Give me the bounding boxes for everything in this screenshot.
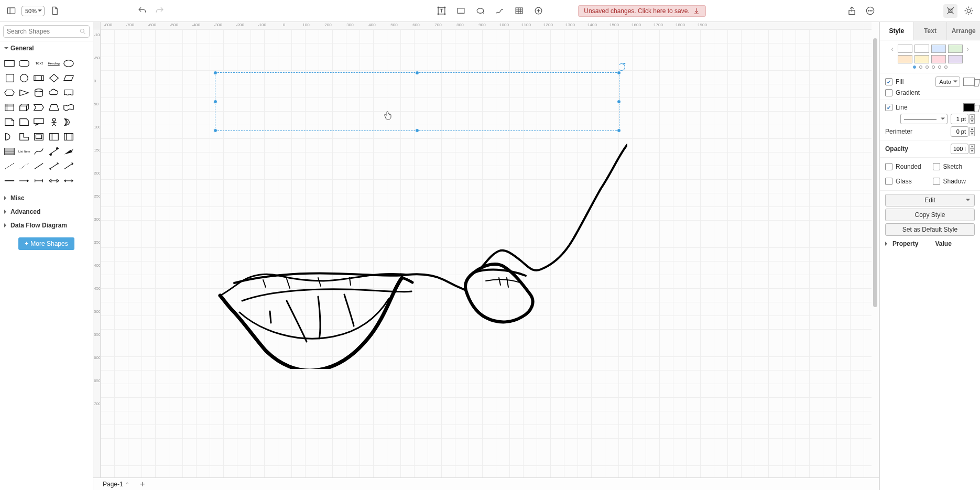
shape-connector-end[interactable] — [18, 175, 30, 187]
add-shape-button[interactable] — [531, 4, 546, 18]
help-button[interactable] — [863, 4, 877, 18]
shape-hexagon[interactable] — [3, 86, 16, 99]
resize-handle-s[interactable] — [415, 128, 419, 133]
ellipse-tool-button[interactable] — [473, 4, 487, 18]
shape-circle[interactable] — [18, 72, 30, 84]
text-tool-button[interactable] — [434, 4, 449, 18]
shape-dash-line[interactable] — [3, 160, 16, 172]
resize-handle-se[interactable] — [617, 128, 621, 133]
shape-connector-solid[interactable] — [3, 175, 16, 187]
copy-style-button[interactable]: Copy Style — [885, 209, 975, 221]
table-tool-button[interactable] — [512, 4, 526, 18]
shape-frame-thin[interactable] — [32, 130, 45, 143]
perimeter-up[interactable]: ▴ — [970, 127, 975, 132]
shape-ellipse[interactable] — [62, 57, 75, 70]
line-width-input[interactable]: ▴▾ — [951, 114, 975, 124]
shape-note[interactable] — [3, 116, 16, 128]
swatch-prev[interactable]: ‹ — [889, 45, 896, 53]
perimeter-down[interactable]: ▾ — [970, 132, 975, 136]
shape-L[interactable] — [18, 130, 30, 143]
shape-cube[interactable] — [18, 101, 30, 114]
shape-connector-both-fill[interactable] — [62, 175, 75, 187]
shape-search-input[interactable] — [3, 25, 90, 38]
fill-color-chip[interactable] — [963, 78, 975, 86]
shape-cylinder[interactable] — [32, 86, 45, 99]
category-dfd[interactable]: Data Flow Diagram — [0, 219, 93, 232]
shape-curve[interactable] — [32, 145, 45, 158]
shape-line-bidir[interactable] — [47, 160, 60, 172]
shape-connector-both-open[interactable] — [32, 175, 45, 187]
shape-half-circle[interactable] — [3, 130, 16, 143]
category-advanced[interactable]: Advanced — [0, 205, 93, 219]
category-general[interactable]: General — [0, 41, 93, 55]
freehand-drawing[interactable] — [213, 144, 627, 369]
fill-mode-select[interactable]: Auto — [935, 77, 960, 87]
shape-dot-line[interactable] — [18, 160, 30, 172]
selected-rectangle[interactable] — [215, 72, 619, 131]
style-swatch[interactable] — [898, 55, 912, 63]
shape-diamond[interactable] — [47, 72, 60, 84]
style-swatch[interactable] — [914, 55, 929, 63]
sketch-checkbox[interactable] — [933, 163, 940, 170]
undo-button[interactable] — [135, 4, 149, 18]
shape-trapezoid[interactable] — [47, 101, 60, 114]
style-swatch[interactable] — [931, 55, 946, 63]
rotate-handle[interactable] — [618, 63, 625, 71]
shape-text[interactable]: Text — [32, 57, 45, 70]
shape-line-arrow[interactable] — [62, 160, 75, 172]
line-checkbox[interactable] — [885, 104, 892, 111]
opacity-up[interactable]: ▴ — [970, 144, 975, 149]
share-button[interactable] — [845, 4, 859, 18]
style-swatch[interactable] — [914, 45, 929, 53]
shape-parallelogram[interactable] — [62, 72, 75, 84]
format-tab-arrange[interactable]: Arrange — [946, 22, 980, 40]
resize-handle-sw[interactable] — [213, 128, 217, 133]
diagram-canvas[interactable]: -800-700-600-500-400-300-200-10001002003… — [93, 22, 879, 490]
default-style-button[interactable]: Set as Default Style — [885, 223, 975, 236]
perimeter-input[interactable]: ▴▾ — [951, 126, 975, 137]
swatch-next[interactable]: › — [965, 45, 971, 53]
canvas-viewport[interactable] — [101, 29, 872, 477]
shape-tape[interactable] — [62, 101, 75, 114]
shape-frame-double[interactable] — [62, 130, 75, 143]
shape-document[interactable] — [62, 86, 75, 99]
line-color-chip[interactable] — [963, 103, 975, 112]
toggle-sidebar-button[interactable] — [4, 4, 18, 18]
shape-callout[interactable] — [32, 116, 45, 128]
resize-handle-n[interactable] — [415, 71, 419, 75]
shape-process[interactable] — [32, 72, 45, 84]
style-swatch[interactable] — [898, 45, 912, 53]
rectangle-tool-button[interactable] — [454, 4, 468, 18]
fill-checkbox[interactable] — [885, 78, 892, 85]
style-swatch[interactable] — [931, 45, 946, 53]
new-page-button[interactable] — [48, 4, 62, 18]
format-tab-style[interactable]: Style — [880, 22, 913, 40]
canvas-v-scrollbar[interactable] — [873, 29, 878, 477]
shape-card[interactable] — [18, 116, 30, 128]
shape-square[interactable] — [3, 72, 16, 84]
resize-handle-ne[interactable] — [617, 71, 621, 75]
shape-list[interactable] — [3, 145, 16, 158]
resize-handle-nw[interactable] — [213, 71, 217, 75]
shape-actor[interactable] — [47, 116, 60, 128]
shape-step[interactable] — [32, 101, 45, 114]
add-page-button[interactable]: + — [138, 480, 147, 489]
resize-handle-e[interactable] — [617, 100, 621, 104]
shape-internal-storage[interactable] — [3, 101, 16, 114]
opacity-down[interactable]: ▾ — [970, 149, 975, 154]
more-shapes-button[interactable]: More Shapes — [18, 237, 74, 250]
opacity-input[interactable]: ▴▾ — [951, 144, 975, 154]
freehand-tool-button[interactable] — [493, 4, 507, 18]
shape-triangle[interactable] — [18, 86, 30, 99]
style-swatch[interactable] — [948, 45, 963, 53]
shape-rounded-rect[interactable] — [18, 57, 30, 70]
edit-style-button[interactable]: Edit — [885, 194, 975, 206]
shape-cloud[interactable] — [47, 86, 60, 99]
shape-thick-arrow[interactable] — [62, 145, 75, 158]
line-width-down[interactable]: ▾ — [970, 119, 975, 124]
category-misc[interactable]: Misc — [0, 191, 93, 205]
redo-button[interactable] — [153, 4, 167, 18]
rounded-checkbox[interactable] — [885, 163, 892, 170]
style-swatch[interactable] — [948, 55, 963, 63]
save-banner[interactable]: Unsaved changes. Click here to save. — [578, 5, 705, 17]
